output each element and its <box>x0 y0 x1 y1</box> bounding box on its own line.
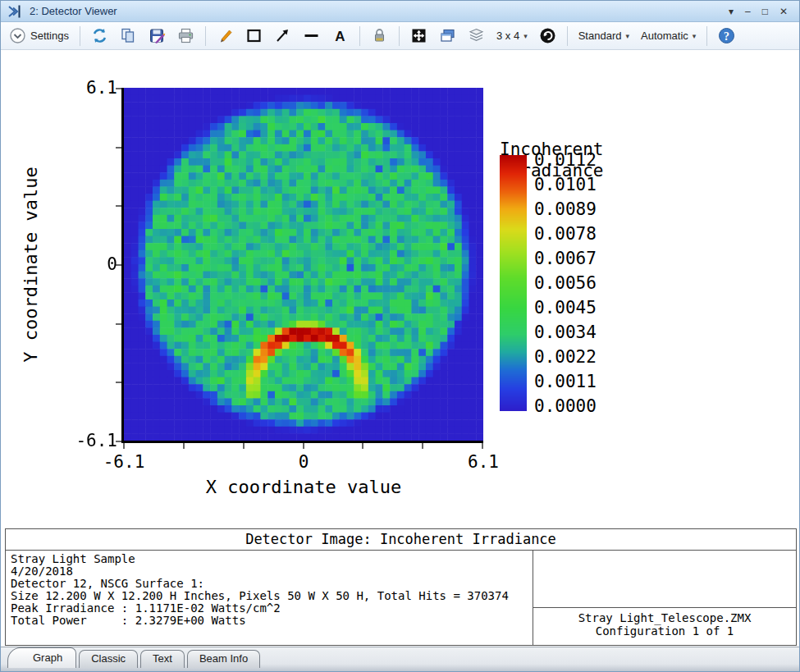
detector-viewer-icon <box>7 4 24 19</box>
minimize-button[interactable]: – <box>745 7 751 16</box>
detector-summary: Stray Light Sample4/20/2018Detector 12, … <box>6 551 533 645</box>
y-axis-tick <box>116 382 121 383</box>
help-icon: ? <box>718 27 735 44</box>
chevron-down-icon: ▾ <box>625 32 629 40</box>
x-tick-label: 6.1 <box>468 452 499 472</box>
y-tick-label: -6.1 <box>48 431 117 450</box>
view-tabbar: GraphClassicTextBeam Info <box>1 647 799 671</box>
layers-icon <box>468 27 485 44</box>
info-panel: Detector Image: Incoherent Irradiance St… <box>5 528 797 646</box>
x-axis-tick <box>243 443 245 449</box>
toolbar-separator <box>399 26 400 46</box>
chevron-down-icon: ▾ <box>693 32 697 40</box>
print-icon <box>177 27 194 44</box>
toolbar-separator <box>80 26 80 46</box>
grid-size-label: 3 x 4 <box>496 30 519 42</box>
x-axis-tick <box>482 443 483 449</box>
draw-rectangle-button[interactable] <box>242 25 266 47</box>
x-axis-tick <box>362 443 363 449</box>
cascade-windows-icon <box>439 27 456 44</box>
print-button[interactable] <box>174 25 198 47</box>
legend-colorbar <box>500 155 527 411</box>
tab-graph[interactable]: Graph <box>7 647 76 668</box>
color-mode-dropdown[interactable]: Automatic ▾ <box>638 27 699 44</box>
help-button[interactable]: ? <box>715 25 738 47</box>
toolbar-separator <box>359 26 360 46</box>
titlebar[interactable]: 2: Detector Viewer ▾ – □ ✕ <box>1 1 799 22</box>
tab-classic[interactable]: Classic <box>79 650 138 668</box>
legend-tick-label: 0.0056 <box>534 273 597 293</box>
copy-icon <box>120 27 137 44</box>
reset-rotation-button[interactable] <box>536 25 560 47</box>
y-axis-tick <box>116 205 121 207</box>
settings-chevron-icon <box>9 27 26 44</box>
info-panel-body: Stray Light Sample4/20/2018Detector 12, … <box>6 551 796 645</box>
layers-button[interactable] <box>464 25 488 47</box>
info-line: Peak Irradiance : 1.1171E-02 Watts/cm^2 <box>11 602 528 615</box>
legend-tick-label: 0.0101 <box>534 175 597 194</box>
cascade-windows-button[interactable] <box>436 25 459 47</box>
toolbar-separator <box>567 26 568 46</box>
info-panel-right: Stray Light_Telescope.ZMX Configuration … <box>533 551 796 645</box>
info-line: Stray Light Sample <box>11 553 528 565</box>
info-line: Detector 12, NSCG Surface 1: <box>11 578 528 590</box>
draw-line-button[interactable] <box>299 25 323 47</box>
rectangle-icon <box>245 27 263 44</box>
lock-button[interactable] <box>368 25 391 47</box>
info-panel-empty-cell <box>533 551 796 608</box>
detector-viewer-window: 2: Detector Viewer ▾ – □ ✕ Settings <box>0 0 800 672</box>
save-button[interactable] <box>145 25 169 47</box>
y-axis-line <box>121 88 124 443</box>
tab-beam-info[interactable]: Beam Info <box>187 650 260 668</box>
x-tick-label: 0 <box>299 452 309 472</box>
legend-tick-label: 0.0022 <box>534 347 597 367</box>
x-axis-tick <box>183 443 185 449</box>
svg-text:A: A <box>335 29 345 44</box>
save-icon <box>149 27 166 44</box>
x-tick-label: -6.1 <box>103 452 145 472</box>
line-icon <box>303 27 320 44</box>
x-axis-tick <box>422 443 423 449</box>
legend-tick-label: 0.0011 <box>534 372 597 391</box>
lock-icon <box>371 27 388 44</box>
draw-pencil-button[interactable] <box>213 25 237 47</box>
legend-tick-label: 0.0000 <box>534 396 597 416</box>
y-tick-label: 6.1 <box>48 78 117 98</box>
tab-text[interactable]: Text <box>140 650 185 668</box>
maximize-button[interactable]: □ <box>762 7 768 16</box>
y-axis-tick <box>116 323 121 325</box>
info-panel-title: Detector Image: Incoherent Irradiance <box>6 529 796 551</box>
copy-button[interactable] <box>117 25 140 47</box>
y-tick-label: 0 <box>48 254 117 274</box>
window-menu-button[interactable]: ▾ <box>729 7 734 16</box>
info-line: Size 12.200 W X 12.200 H Inches, Pixels … <box>11 590 528 602</box>
legend-tick-label: 0.0112 <box>534 150 597 170</box>
chevron-down-icon: ▾ <box>523 32 528 40</box>
legend-tick-label: 0.0067 <box>534 249 597 268</box>
legend-tick-label: 0.0045 <box>534 298 597 318</box>
reset-rotation-icon <box>539 27 556 44</box>
draw-arrow-button[interactable] <box>271 25 295 47</box>
y-axis-tick <box>116 147 121 149</box>
legend-tick-label: 0.0078 <box>534 224 597 244</box>
settings-button[interactable]: Settings <box>6 25 72 47</box>
toolbar-separator <box>706 26 707 46</box>
svg-text:?: ? <box>724 30 729 43</box>
scale-mode-dropdown[interactable]: Standard ▾ <box>575 27 633 44</box>
settings-label: Settings <box>30 30 69 42</box>
draw-text-button[interactable]: A <box>328 25 352 47</box>
refresh-button[interactable] <box>88 25 112 47</box>
configuration-label: Configuration 1 of 1 <box>533 624 796 638</box>
toolbar: Settings <box>1 22 799 50</box>
refresh-icon <box>91 27 108 44</box>
x-axis-title: X coordinate value <box>206 477 401 497</box>
graph-region: 6.1 0 -6.1 -6.1 0 6.1 X coordinate value… <box>1 50 799 528</box>
x-axis-tick <box>123 443 125 449</box>
y-axis-title-box: Y coordinate value <box>12 88 48 441</box>
window-title: 2: Detector Viewer <box>30 5 729 17</box>
info-line: Total Power : 2.3279E+00 Watts <box>11 615 528 627</box>
fit-window-button[interactable] <box>407 25 431 47</box>
close-button[interactable]: ✕ <box>779 7 788 16</box>
irradiance-heatmap <box>124 88 483 441</box>
grid-size-dropdown[interactable]: 3 x 4 ▾ <box>493 27 531 44</box>
